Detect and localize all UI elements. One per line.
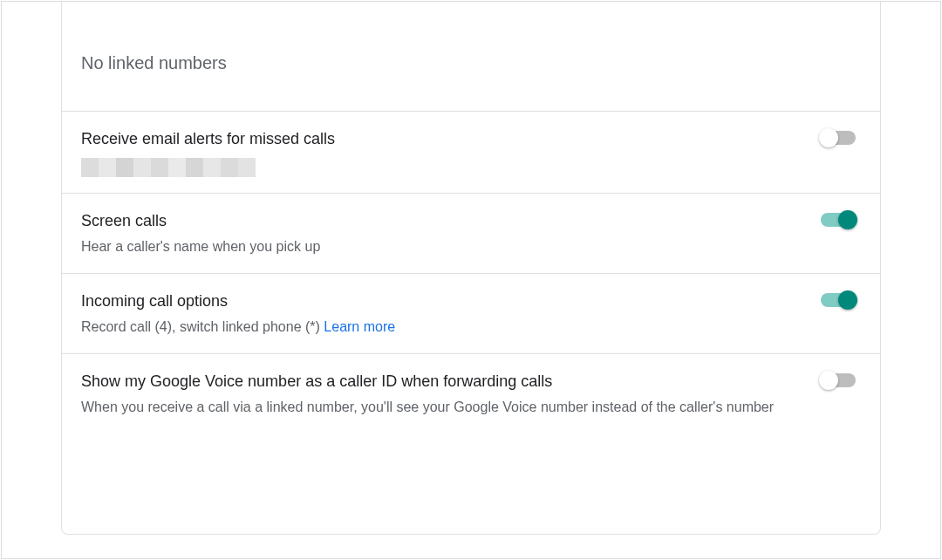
- incoming-options-toggle[interactable]: [821, 293, 856, 307]
- linked-numbers-title: No linked numbers: [81, 50, 826, 76]
- caller-id-title: Show my Google Voice number as a caller …: [81, 370, 786, 393]
- email-alerts-text: Receive email alerts for missed calls: [81, 127, 821, 177]
- screen-calls-toggle[interactable]: [821, 213, 856, 227]
- toggle-thumb: [838, 290, 857, 310]
- email-alerts-toggle[interactable]: [821, 131, 856, 145]
- email-alerts-redacted-email: [81, 158, 256, 177]
- incoming-options-title: Incoming call options: [81, 290, 786, 313]
- screen-calls-section: Screen calls Hear a caller's name when y…: [62, 193, 880, 273]
- caller-id-text: Show my Google Voice number as a caller …: [81, 370, 821, 418]
- incoming-options-desc: Record call (4), switch linked phone (*)…: [81, 317, 786, 338]
- incoming-options-learn-more-link[interactable]: Learn more: [324, 319, 395, 334]
- caller-id-desc: When you receive a call via a linked num…: [81, 397, 786, 418]
- content-frame: No linked numbers Receive email alerts f…: [1, 1, 941, 559]
- incoming-options-section: Incoming call options Record call (4), s…: [62, 273, 880, 353]
- screen-calls-title: Screen calls: [81, 209, 786, 233]
- screen-calls-desc: Hear a caller's name when you pick up: [81, 236, 786, 257]
- linked-numbers-section: No linked numbers: [62, 2, 880, 111]
- toggle-thumb: [838, 210, 857, 229]
- email-alerts-title: Receive email alerts for missed calls: [81, 127, 786, 151]
- screen-calls-text: Screen calls Hear a caller's name when y…: [81, 209, 821, 257]
- incoming-options-desc-text: Record call (4), switch linked phone (*): [81, 319, 324, 334]
- caller-id-toggle[interactable]: [821, 373, 856, 387]
- settings-card: No linked numbers Receive email alerts f…: [61, 2, 881, 535]
- caller-id-section: Show my Google Voice number as a caller …: [62, 353, 880, 444]
- email-alerts-section: Receive email alerts for missed calls: [62, 111, 880, 193]
- toggle-thumb: [819, 128, 838, 147]
- linked-numbers-text: No linked numbers: [81, 50, 861, 76]
- toggle-thumb: [819, 371, 838, 390]
- incoming-options-text: Incoming call options Record call (4), s…: [81, 290, 821, 338]
